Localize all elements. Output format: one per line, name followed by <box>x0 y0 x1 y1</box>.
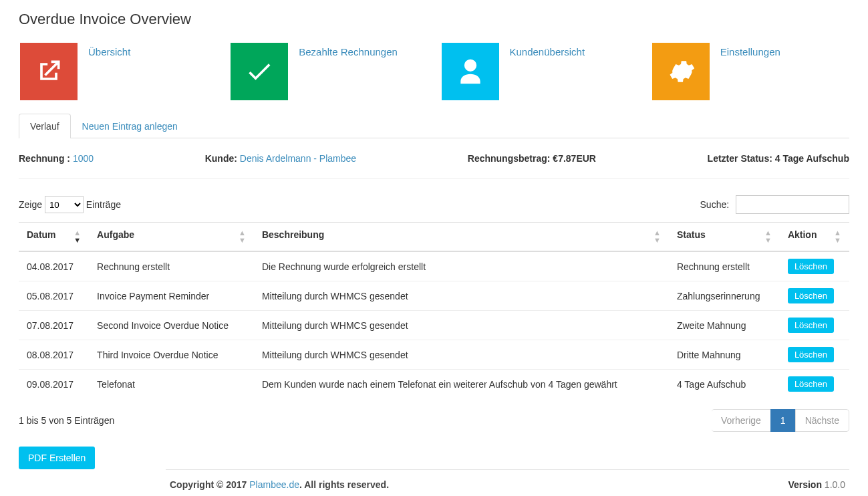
length-control: Zeige 10 Einträge <box>19 196 121 213</box>
table-row: 08.08.2017Third Invoice Overdue NoticeMi… <box>19 340 849 370</box>
amount-label: Rechnungsbetrag: <box>468 153 551 164</box>
tab-neuen-eintrag[interactable]: Neuen Eintrag anlegen <box>71 114 189 138</box>
col-aufgabe[interactable]: Aufgabe <box>89 223 254 252</box>
cell-status: Zahlungserinnerung <box>669 281 780 311</box>
customer-link[interactable]: Denis Ardelmann - Plambee <box>240 153 356 164</box>
cell-desc: Mitteilung durch WHMCS gesendet <box>254 281 669 311</box>
summary-row: Rechnung : 1000 Kunde: Denis Ardelmann -… <box>19 138 849 179</box>
length-select[interactable]: 10 <box>45 196 84 213</box>
footer-brand-link[interactable]: Plambee.de <box>249 479 299 490</box>
search-input[interactable] <box>736 195 849 214</box>
cell-desc: Mitteilung durch WHMCS gesendet <box>254 311 669 340</box>
delete-button[interactable]: Löschen <box>788 347 834 362</box>
sort-icon <box>239 229 246 244</box>
tile-check[interactable]: Bezahlte Rechnungen <box>229 40 428 103</box>
col-status[interactable]: Status <box>669 223 780 252</box>
delete-button[interactable]: Löschen <box>788 288 834 303</box>
tile-user[interactable]: Kundenübersicht <box>440 40 639 103</box>
tile-gears[interactable]: Einstellungen <box>651 40 849 103</box>
history-table: Datum Aufgabe Beschreibung Status Aktion… <box>19 222 849 398</box>
tabs: Verlauf Neuen Eintrag anlegen <box>19 114 849 138</box>
user-icon <box>442 43 499 100</box>
cell-desc: Dem Kunden wurde nach einem Telefonat ei… <box>254 370 669 399</box>
cell-desc: Die Rechnung wurde erfolgreich erstellt <box>254 251 669 281</box>
cell-status: Dritte Mahnung <box>669 340 780 370</box>
cell-desc: Mitteilung durch WHMCS gesendet <box>254 340 669 370</box>
length-suffix: Einträge <box>86 199 121 210</box>
gears-icon <box>652 43 710 100</box>
tile-label: Bezahlte Rechnungen <box>299 43 398 59</box>
col-datum[interactable]: Datum <box>19 223 89 252</box>
delete-button[interactable]: Löschen <box>788 318 834 333</box>
cell-action: Löschen <box>780 281 849 311</box>
copyright-suffix: . All rights reserved. <box>299 479 389 490</box>
table-row: 05.08.2017Invoice Payment ReminderMittei… <box>19 281 849 311</box>
status-label: Letzter Status: <box>708 153 772 164</box>
col-beschreibung[interactable]: Beschreibung <box>254 223 669 252</box>
cell-date: 08.08.2017 <box>19 340 89 370</box>
cell-date: 07.08.2017 <box>19 311 89 340</box>
invoice-label: Rechnung : <box>19 153 70 164</box>
page-title: Overdue Invoice Overview <box>19 11 849 28</box>
cell-task: Rechnung erstellt <box>89 251 254 281</box>
search-label: Suche: <box>700 199 730 210</box>
external-link-icon <box>20 43 78 100</box>
cell-action: Löschen <box>780 311 849 340</box>
page-next[interactable]: Nächste <box>795 409 849 432</box>
cell-task: Telefonat <box>89 370 254 399</box>
cell-date: 09.08.2017 <box>19 370 89 399</box>
cell-status: Rechnung erstellt <box>669 251 780 281</box>
length-prefix: Zeige <box>19 199 42 210</box>
customer-label: Kunde: <box>205 153 237 164</box>
status-value: 4 Tage Aufschub <box>775 153 849 164</box>
tile-label: Übersicht <box>88 43 130 59</box>
pagination: Vorherige 1 Nächste <box>712 409 849 432</box>
cell-action: Löschen <box>780 370 849 399</box>
delete-button[interactable]: Löschen <box>788 259 834 274</box>
sort-icon <box>74 229 81 244</box>
cell-task: Invoice Payment Reminder <box>89 281 254 311</box>
cell-action: Löschen <box>780 340 849 370</box>
cell-status: Zweite Mahnung <box>669 311 780 340</box>
cell-date: 04.08.2017 <box>19 251 89 281</box>
cell-task: Third Invoice Overdue Notice <box>89 340 254 370</box>
tile-label: Kundenübersicht <box>510 43 585 59</box>
table-row: 09.08.2017TelefonatDem Kunden wurde nach… <box>19 370 849 399</box>
pdf-button[interactable]: PDF Erstellen <box>19 447 95 469</box>
copyright-prefix: Copyright © 2017 <box>170 479 249 490</box>
tab-verlauf[interactable]: Verlauf <box>19 114 71 138</box>
cell-status: 4 Tage Aufschub <box>669 370 780 399</box>
search-control: Suche: <box>700 195 849 214</box>
cell-task: Second Invoice Overdue Notice <box>89 311 254 340</box>
table-row: 04.08.2017Rechnung erstelltDie Rechnung … <box>19 251 849 281</box>
table-info: 1 bis 5 von 5 Einträgen <box>19 415 114 426</box>
amount-value: €7.87EUR <box>553 153 596 164</box>
delete-button[interactable]: Löschen <box>788 376 834 392</box>
tile-label: Einstellungen <box>720 43 780 59</box>
check-icon <box>231 43 288 100</box>
table-row: 07.08.2017Second Invoice Overdue NoticeM… <box>19 311 849 340</box>
col-aktion[interactable]: Aktion <box>780 223 849 252</box>
footer: Copyright © 2017 Plambee.de. All rights … <box>166 469 849 496</box>
invoice-link[interactable]: 1000 <box>73 153 94 164</box>
tile-external-link[interactable]: Übersicht <box>19 40 217 103</box>
cell-date: 05.08.2017 <box>19 281 89 311</box>
version-label: Version <box>788 479 822 490</box>
sort-icon <box>834 229 841 244</box>
version-value: 1.0.0 <box>822 479 845 490</box>
page-1[interactable]: 1 <box>770 409 796 432</box>
cell-action: Löschen <box>780 251 849 281</box>
sort-icon <box>654 229 661 244</box>
page-prev[interactable]: Vorherige <box>712 409 771 432</box>
sort-icon <box>764 229 772 244</box>
